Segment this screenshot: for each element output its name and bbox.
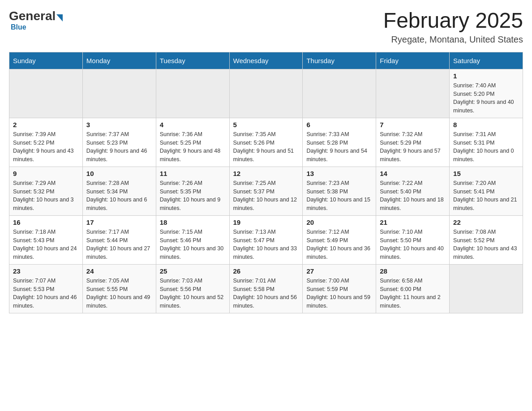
day-number: 17 [86,218,152,226]
logo-arrow-icon [56,14,63,21]
day-number: 9 [13,170,79,177]
calendar-cell: 24Sunrise: 7:05 AMSunset: 5:55 PMDayligh… [82,264,156,313]
day-info: Sunrise: 7:22 AMSunset: 5:40 PMDaylight:… [380,179,446,213]
day-info: Sunrise: 7:39 AMSunset: 5:22 PMDaylight:… [13,130,79,164]
day-number: 13 [306,170,372,177]
calendar-cell: 10Sunrise: 7:28 AMSunset: 5:34 PMDayligh… [82,167,156,215]
day-number: 6 [306,121,372,128]
weekday-header-sunday: Sunday [9,52,83,69]
page-header: General Blue February 2025 Ryegate, Mont… [9,9,523,45]
day-info: Sunrise: 7:15 AMSunset: 5:46 PMDaylight:… [160,228,226,261]
day-number: 10 [86,170,152,177]
calendar-table: SundayMondayTuesdayWednesdayThursdayFrid… [9,52,523,313]
day-number: 14 [380,170,446,177]
day-info: Sunrise: 7:20 AMSunset: 5:41 PMDaylight:… [453,179,519,213]
day-info: Sunrise: 7:31 AMSunset: 5:31 PMDaylight:… [453,130,519,164]
weekday-header-saturday: Saturday [450,52,523,69]
day-info: Sunrise: 6:58 AMSunset: 6:00 PMDaylight:… [380,277,446,310]
day-number: 22 [453,218,519,226]
calendar-cell: 16Sunrise: 7:18 AMSunset: 5:43 PMDayligh… [9,215,83,264]
day-info: Sunrise: 7:08 AMSunset: 5:52 PMDaylight:… [453,228,519,261]
day-info: Sunrise: 7:07 AMSunset: 5:53 PMDaylight:… [13,277,79,310]
day-number: 23 [13,267,79,275]
day-info: Sunrise: 7:23 AMSunset: 5:38 PMDaylight:… [306,179,372,213]
calendar-cell: 5Sunrise: 7:35 AMSunset: 5:26 PMDaylight… [229,118,303,167]
calendar-cell: 28Sunrise: 6:58 AMSunset: 6:00 PMDayligh… [376,264,450,313]
day-info: Sunrise: 7:10 AMSunset: 5:50 PMDaylight:… [380,228,446,261]
weekday-header-wednesday: Wednesday [229,52,303,69]
day-number: 25 [160,267,226,275]
day-number: 19 [233,218,299,226]
calendar-cell: 23Sunrise: 7:07 AMSunset: 5:53 PMDayligh… [9,264,83,313]
calendar-cell: 6Sunrise: 7:33 AMSunset: 5:28 PMDaylight… [303,118,376,167]
calendar-cell: 27Sunrise: 7:00 AMSunset: 5:59 PMDayligh… [303,264,376,313]
calendar-cell: 1Sunrise: 7:40 AMSunset: 5:20 PMDaylight… [450,69,523,118]
day-number: 27 [306,267,372,275]
calendar-cell: 19Sunrise: 7:13 AMSunset: 5:47 PMDayligh… [229,215,303,264]
day-number: 24 [86,267,152,275]
calendar-cell: 12Sunrise: 7:25 AMSunset: 5:37 PMDayligh… [229,167,303,215]
calendar-cell: 7Sunrise: 7:32 AMSunset: 5:29 PMDaylight… [376,118,450,167]
day-info: Sunrise: 7:29 AMSunset: 5:32 PMDaylight:… [13,179,79,213]
day-number: 21 [380,218,446,226]
title-section: February 2025 Ryegate, Montana, United S… [383,9,523,45]
calendar-cell: 21Sunrise: 7:10 AMSunset: 5:50 PMDayligh… [376,215,450,264]
calendar-cell [9,69,83,118]
day-info: Sunrise: 7:26 AMSunset: 5:35 PMDaylight:… [160,179,226,213]
day-info: Sunrise: 7:40 AMSunset: 5:20 PMDaylight:… [453,81,519,115]
day-info: Sunrise: 7:05 AMSunset: 5:55 PMDaylight:… [86,277,152,310]
calendar-cell: 22Sunrise: 7:08 AMSunset: 5:52 PMDayligh… [450,215,523,264]
day-number: 11 [160,170,226,177]
calendar-cell [303,69,376,118]
day-info: Sunrise: 7:37 AMSunset: 5:23 PMDaylight:… [86,130,152,164]
day-number: 4 [160,121,226,128]
weekday-header-row: SundayMondayTuesdayWednesdayThursdayFrid… [9,52,523,69]
day-number: 15 [453,170,519,177]
calendar-cell [156,69,229,118]
month-title: February 2025 [383,9,523,33]
day-number: 26 [233,267,299,275]
weekday-header-monday: Monday [82,52,156,69]
calendar-cell: 14Sunrise: 7:22 AMSunset: 5:40 PMDayligh… [376,167,450,215]
calendar-cell: 4Sunrise: 7:36 AMSunset: 5:25 PMDaylight… [156,118,229,167]
logo-blue-text: Blue [11,23,26,31]
calendar-row-4: 16Sunrise: 7:18 AMSunset: 5:43 PMDayligh… [9,215,523,264]
calendar-cell: 9Sunrise: 7:29 AMSunset: 5:32 PMDaylight… [9,167,83,215]
calendar-cell: 13Sunrise: 7:23 AMSunset: 5:38 PMDayligh… [303,167,376,215]
day-info: Sunrise: 7:36 AMSunset: 5:25 PMDaylight:… [160,130,226,164]
logo-general-text: General [9,9,56,23]
day-info: Sunrise: 7:28 AMSunset: 5:34 PMDaylight:… [86,179,152,213]
calendar-cell [229,69,303,118]
day-number: 3 [86,121,152,128]
day-info: Sunrise: 7:32 AMSunset: 5:29 PMDaylight:… [380,130,446,164]
calendar-cell: 25Sunrise: 7:03 AMSunset: 5:56 PMDayligh… [156,264,229,313]
calendar-cell: 20Sunrise: 7:12 AMSunset: 5:49 PMDayligh… [303,215,376,264]
location-text: Ryegate, Montana, United States [383,34,523,45]
day-number: 20 [306,218,372,226]
calendar-cell: 26Sunrise: 7:01 AMSunset: 5:58 PMDayligh… [229,264,303,313]
day-number: 12 [233,170,299,177]
day-number: 1 [453,72,519,80]
day-number: 8 [453,121,519,128]
weekday-header-friday: Friday [376,52,450,69]
calendar-cell: 18Sunrise: 7:15 AMSunset: 5:46 PMDayligh… [156,215,229,264]
day-info: Sunrise: 7:25 AMSunset: 5:37 PMDaylight:… [233,179,299,213]
calendar-cell: 15Sunrise: 7:20 AMSunset: 5:41 PMDayligh… [450,167,523,215]
day-info: Sunrise: 7:00 AMSunset: 5:59 PMDaylight:… [306,277,372,310]
calendar-cell: 11Sunrise: 7:26 AMSunset: 5:35 PMDayligh… [156,167,229,215]
weekday-header-tuesday: Tuesday [156,52,229,69]
day-info: Sunrise: 7:03 AMSunset: 5:56 PMDaylight:… [160,277,226,310]
day-number: 28 [380,267,446,275]
calendar-row-3: 9Sunrise: 7:29 AMSunset: 5:32 PMDaylight… [9,167,523,215]
calendar-row-5: 23Sunrise: 7:07 AMSunset: 5:53 PMDayligh… [9,264,523,313]
weekday-header-thursday: Thursday [303,52,376,69]
day-info: Sunrise: 7:01 AMSunset: 5:58 PMDaylight:… [233,277,299,310]
calendar-cell [376,69,450,118]
calendar-row-2: 2Sunrise: 7:39 AMSunset: 5:22 PMDaylight… [9,118,523,167]
calendar-cell: 3Sunrise: 7:37 AMSunset: 5:23 PMDaylight… [82,118,156,167]
calendar-cell [450,264,523,313]
day-number: 7 [380,121,446,128]
day-info: Sunrise: 7:12 AMSunset: 5:49 PMDaylight:… [306,228,372,261]
day-info: Sunrise: 7:17 AMSunset: 5:44 PMDaylight:… [86,228,152,261]
calendar-row-1: 1Sunrise: 7:40 AMSunset: 5:20 PMDaylight… [9,69,523,118]
